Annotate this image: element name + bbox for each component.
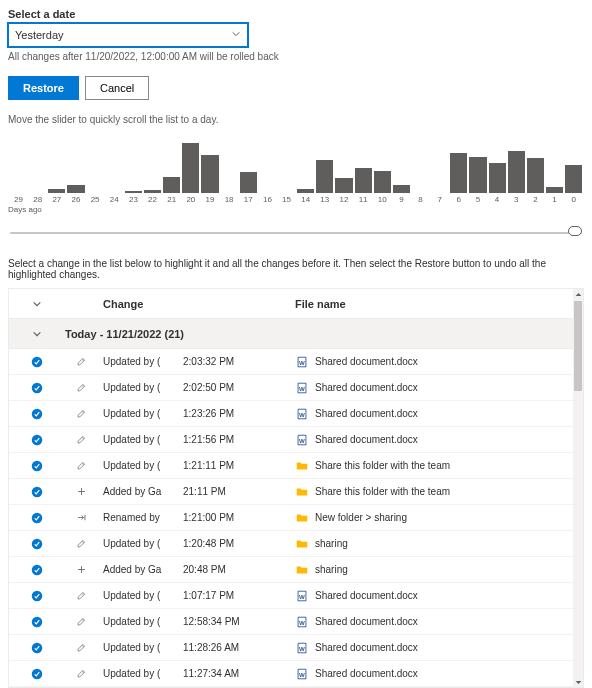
axis-tick: 17 — [240, 195, 257, 204]
group-header[interactable]: Today - 11/21/2022 (21) — [9, 319, 583, 349]
folder-icon — [295, 563, 309, 577]
table-row[interactable]: Updated by (11:28:26 AMWShared document.… — [9, 635, 583, 661]
table-row[interactable]: Added by Ga20:48 PMsharing — [9, 557, 583, 583]
word-doc-icon: W — [295, 433, 309, 447]
axis-tick: 7 — [431, 195, 448, 204]
word-doc-icon: W — [295, 641, 309, 655]
word-doc-icon: W — [295, 667, 309, 681]
svg-text:W: W — [299, 384, 305, 391]
collapse-all-toggle[interactable] — [15, 299, 59, 309]
change-time: 1:21:00 PM — [183, 512, 295, 523]
axis-tick: 11 — [355, 195, 372, 204]
table-row[interactable]: Updated by (1:23:26 PMWShared document.d… — [9, 401, 583, 427]
restore-button[interactable]: Restore — [8, 76, 79, 100]
cancel-button[interactable]: Cancel — [85, 76, 149, 100]
word-doc-icon: W — [295, 381, 309, 395]
file-name: sharing — [315, 538, 348, 549]
file-name: Shared document.docx — [315, 382, 418, 393]
scrollbar-thumb[interactable] — [574, 301, 582, 391]
table-row[interactable]: Added by Ga21:11 PMShare this folder wit… — [9, 479, 583, 505]
axis-tick: 23 — [125, 195, 142, 204]
chart-bar — [144, 190, 161, 193]
edit-icon — [59, 408, 103, 419]
status-check-icon — [15, 356, 59, 368]
table-row[interactable]: Updated by (2:02:50 PMWShared document.d… — [9, 375, 583, 401]
chart-bar — [565, 165, 582, 193]
edit-icon — [59, 616, 103, 627]
file-name: New folder > sharing — [315, 512, 407, 523]
folder-icon — [295, 459, 309, 473]
chart-bar — [508, 151, 525, 193]
table-row[interactable]: Updated by (11:27:34 AMWShared document.… — [9, 661, 583, 687]
table-row[interactable]: Updated by (12:58:34 PMWShared document.… — [9, 609, 583, 635]
word-doc-icon: W — [295, 407, 309, 421]
change-time: 2:03:32 PM — [183, 356, 295, 367]
table-row[interactable]: Updated by (1:20:48 PMsharing — [9, 531, 583, 557]
change-text: Updated by ( — [103, 668, 183, 679]
axis-tick: 14 — [297, 195, 314, 204]
change-text: Added by Ga — [103, 486, 183, 497]
chart-bar — [240, 172, 257, 193]
chevron-down-icon — [231, 29, 241, 41]
word-doc-icon: W — [295, 355, 309, 369]
svg-text:W: W — [299, 436, 305, 443]
slider-thumb[interactable] — [568, 226, 582, 236]
axis-tick: 5 — [469, 195, 486, 204]
edit-icon — [59, 642, 103, 653]
status-check-icon — [15, 538, 59, 550]
chart-bar — [546, 187, 563, 193]
chart-bar — [527, 158, 544, 193]
change-text: Updated by ( — [103, 434, 183, 445]
axis-label: Days ago — [8, 205, 584, 214]
day-slider[interactable] — [10, 226, 582, 240]
change-time: 11:27:34 AM — [183, 668, 295, 679]
date-dropdown[interactable]: Yesterday — [8, 23, 248, 47]
table-row[interactable]: Updated by (1:07:17 PMWShared document.d… — [9, 583, 583, 609]
scroll-down-icon[interactable] — [573, 677, 583, 687]
file-name: Share this folder with the team — [315, 460, 450, 471]
folder-icon — [295, 537, 309, 551]
axis-tick: 4 — [489, 195, 506, 204]
file-name: Shared document.docx — [315, 668, 418, 679]
header-change[interactable]: Change — [103, 298, 183, 310]
table-row[interactable]: Renamed by1:21:00 PMNew folder > sharing — [9, 505, 583, 531]
header-filename[interactable]: File name — [295, 298, 583, 310]
svg-text:W: W — [299, 618, 305, 625]
table-row[interactable]: Updated by (1:21:56 PMWShared document.d… — [9, 427, 583, 453]
status-check-icon — [15, 564, 59, 576]
status-check-icon — [15, 590, 59, 602]
add-icon — [59, 486, 103, 497]
axis-tick: 24 — [106, 195, 123, 204]
file-name: Share this folder with the team — [315, 486, 450, 497]
change-text: Updated by ( — [103, 590, 183, 601]
axis-tick: 19 — [201, 195, 218, 204]
status-check-icon — [15, 408, 59, 420]
status-check-icon — [15, 616, 59, 628]
scroll-up-icon[interactable] — [573, 289, 583, 299]
chart-bar — [335, 178, 352, 193]
slider-hint: Move the slider to quickly scroll the li… — [8, 114, 584, 125]
folder-icon — [295, 485, 309, 499]
group-collapse-toggle[interactable] — [15, 329, 59, 339]
change-text: Updated by ( — [103, 408, 183, 419]
axis-tick: 25 — [87, 195, 104, 204]
scrollbar[interactable] — [573, 289, 583, 687]
word-doc-icon: W — [295, 589, 309, 603]
change-time: 21:11 PM — [183, 486, 295, 497]
change-text: Updated by ( — [103, 382, 183, 393]
edit-icon — [59, 434, 103, 445]
axis-tick: 2 — [527, 195, 544, 204]
axis-tick: 6 — [450, 195, 467, 204]
chart-bar — [125, 191, 142, 193]
chart-bar — [48, 189, 65, 193]
change-time: 20:48 PM — [183, 564, 295, 575]
change-time: 1:21:56 PM — [183, 434, 295, 445]
change-text: Updated by ( — [103, 460, 183, 471]
table-row[interactable]: Updated by (1:21:11 PMShare this folder … — [9, 453, 583, 479]
change-text: Updated by ( — [103, 538, 183, 549]
rename-icon — [59, 512, 103, 523]
change-text: Added by Ga — [103, 564, 183, 575]
table-row[interactable]: Updated by (2:03:32 PMWShared document.d… — [9, 349, 583, 375]
change-time: 1:21:11 PM — [183, 460, 295, 471]
axis-tick: 3 — [508, 195, 525, 204]
